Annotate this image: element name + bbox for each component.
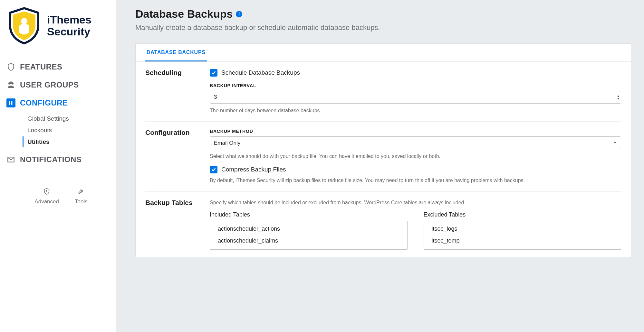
brand-line1: iThemes — [47, 14, 91, 26]
brand-text: iThemes Security — [47, 14, 91, 38]
footer-advanced[interactable]: Advanced — [27, 188, 67, 205]
nav-features[interactable]: FEATURES — [6, 58, 116, 76]
mail-icon — [6, 155, 15, 164]
checkbox-label: Compress Backup Files — [221, 166, 286, 173]
column-title: Included Tables — [210, 211, 408, 218]
backup-method-select[interactable]: Email Only — [210, 136, 621, 149]
schedule-backups-checkbox[interactable] — [210, 69, 217, 77]
included-tables-column: Included Tables actionscheduler_actions … — [210, 211, 408, 250]
helper-text: By default, iThemes Security will zip ba… — [210, 177, 621, 184]
sidebar-footer: Advanced Tools — [6, 188, 116, 205]
checkbox-label: Schedule Database Backups — [221, 69, 300, 76]
included-tables-list[interactable]: actionscheduler_actions actionscheduler_… — [210, 221, 408, 250]
info-icon[interactable]: i — [236, 11, 242, 17]
svg-point-5 — [9, 102, 10, 103]
helper-text: Select what we should do with your backu… — [210, 152, 621, 160]
subnav-global-settings[interactable]: Global Settings — [23, 113, 116, 124]
footer-label: Advanced — [34, 198, 59, 205]
section-backup-tables: Backup Tables Specify which tables shoul… — [145, 192, 621, 257]
section-heading: Scheduling — [145, 69, 210, 114]
table-row[interactable]: itsec_temp — [424, 235, 621, 247]
configure-subnav: Global Settings Lockouts Utilities — [23, 113, 116, 147]
nav-label: USER GROUPS — [20, 80, 79, 89]
shield-outline-icon — [6, 62, 15, 71]
sliders-icon — [6, 98, 15, 107]
nav-notifications[interactable]: NOTIFICATIONS — [6, 151, 116, 169]
check-icon — [211, 70, 216, 75]
lock-shield-icon — [43, 188, 50, 197]
settings-panel: DATABASE BACKUPS Scheduling Schedule Dat… — [135, 43, 631, 257]
section-scheduling: Scheduling Schedule Database Backups BAC… — [145, 62, 621, 122]
table-row[interactable]: itsec_logs — [424, 223, 621, 235]
svg-point-0 — [21, 18, 27, 24]
excluded-tables-column: Excluded Tables itsec_logs itsec_temp — [424, 211, 621, 250]
section-heading: Backup Tables — [145, 199, 210, 250]
nav-label: NOTIFICATIONS — [20, 155, 82, 164]
brand-line2: Security — [47, 26, 91, 38]
nav-configure[interactable]: CONFIGURE — [6, 94, 116, 112]
table-row[interactable]: actionscheduler_claims — [210, 235, 407, 247]
tab-database-backups[interactable]: DATABASE BACKUPS — [145, 44, 207, 61]
subnav-lockouts[interactable]: Lockouts — [23, 125, 116, 136]
table-row[interactable]: actionscheduler_actions — [210, 223, 407, 235]
shield-icon — [6, 6, 42, 45]
svg-point-3 — [10, 81, 12, 84]
tab-bar: DATABASE BACKUPS — [136, 44, 631, 62]
helper-text: Specify which tables should be included … — [210, 199, 621, 206]
backup-interval-input[interactable] — [210, 91, 621, 104]
section-heading: Configuration — [145, 129, 210, 184]
field-label: BACKUP INTERVAL — [210, 83, 621, 88]
svg-point-9 — [46, 190, 47, 191]
helper-text: The number of days between database back… — [210, 107, 621, 114]
nav-label: FEATURES — [20, 62, 62, 71]
column-title: Excluded Tables — [424, 211, 621, 218]
users-icon — [6, 80, 15, 89]
page-subtitle: Manually create a database backup or sch… — [135, 23, 631, 32]
excluded-tables-list[interactable]: itsec_logs itsec_temp — [424, 221, 621, 250]
subnav-utilities[interactable]: Utilities — [23, 136, 116, 147]
footer-label: Tools — [75, 198, 88, 205]
page-title: Database Backups — [135, 8, 233, 20]
svg-point-7 — [11, 103, 12, 104]
field-label: BACKUP METHOD — [210, 129, 621, 134]
main-content: Database Backups i Manually create a dat… — [116, 0, 644, 332]
nav-label: CONFIGURE — [20, 98, 68, 107]
compress-files-checkbox[interactable] — [210, 166, 217, 173]
nav-user-groups[interactable]: USER GROUPS — [6, 76, 116, 94]
brand-logo: iThemes Security — [6, 6, 116, 55]
check-icon — [211, 167, 216, 172]
footer-tools[interactable]: Tools — [67, 188, 95, 205]
wrench-icon — [78, 188, 85, 197]
section-configuration: Configuration BACKUP METHOD Email Only S… — [145, 122, 621, 191]
sidebar: iThemes Security FEATURES USER GROUPS CO… — [0, 0, 116, 332]
